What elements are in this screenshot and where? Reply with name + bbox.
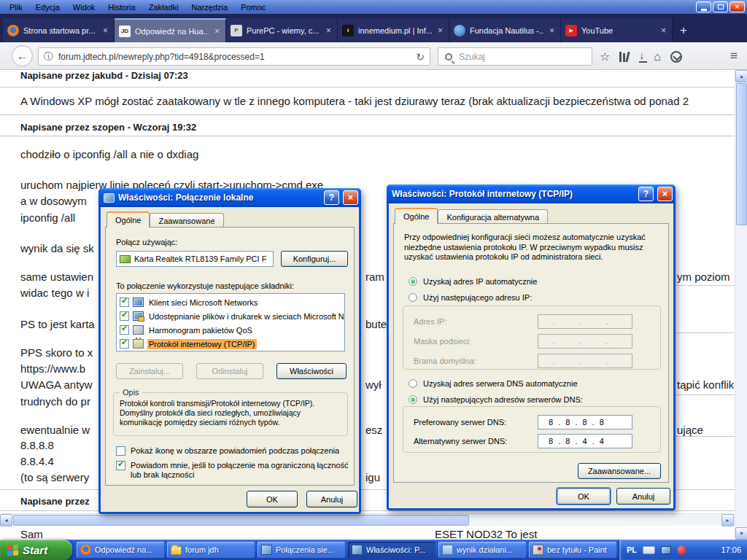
network-tray-icon[interactable] xyxy=(661,546,671,554)
keyboard-icon[interactable] xyxy=(643,546,655,554)
checkbox-checked-icon[interactable]: ✔ xyxy=(120,339,129,349)
taskbar-task[interactable]: Właściwości: P... xyxy=(348,542,436,558)
tab-close-icon[interactable]: × xyxy=(659,26,667,36)
browser-tab[interactable]: Fundacja Nautilus -...× xyxy=(449,18,561,42)
tab-ogolne[interactable]: Ogólne xyxy=(107,211,150,228)
url-text[interactable]: forum.jdtech.pl/newreply.php?tid=4918&pr… xyxy=(58,52,411,62)
adapter-field[interactable]: Karta Realtek RTL8139 Family PCI F xyxy=(116,251,274,267)
taskbar-task[interactable]: Odpowiedź na... xyxy=(77,542,164,558)
antivirus-tray-icon[interactable] xyxy=(677,545,686,555)
browser-tab[interactable]: ▶YouTube× xyxy=(561,18,673,42)
menu-item[interactable]: Historia xyxy=(101,1,142,13)
separator-line xyxy=(676,436,735,437)
browser-tab[interactable]: JDOdpowiedź na Hua...× xyxy=(115,18,226,42)
components-list[interactable]: ✔Klient sieci Microsoft Networks✔Udostęp… xyxy=(116,293,345,351)
alternate-dns-field[interactable]: 8 . 8 . 4 . 4 xyxy=(538,434,632,448)
radio-manual-ip[interactable]: Użyj następującego adresu IP: xyxy=(409,293,532,302)
radio-unselected-icon[interactable] xyxy=(409,379,417,388)
taskbar-task[interactable]: bez tytułu - Paint xyxy=(529,542,616,558)
ok-button[interactable]: OK xyxy=(247,491,298,508)
radio-auto-ip[interactable]: Uzyskaj adres IP automatycznie xyxy=(409,277,537,286)
checkbox-unchecked-icon[interactable] xyxy=(116,446,125,456)
taskbar-task[interactable]: forum jdh xyxy=(167,542,255,558)
dialog-titlebar[interactable]: Właściwości: Protokół internetowy (TCP/I… xyxy=(387,184,676,203)
menu-item[interactable]: Edycja xyxy=(29,1,66,13)
nautilus-favicon xyxy=(454,25,465,36)
radio-selected-icon[interactable] xyxy=(409,277,417,286)
radio-unselected-icon[interactable] xyxy=(409,293,417,302)
downloads-icon[interactable]: ↓ xyxy=(639,50,644,63)
help-button[interactable]: ? xyxy=(638,187,654,201)
advanced-button[interactable]: Zaawansowane... xyxy=(578,463,661,479)
checkbox-checked-icon[interactable]: ✔ xyxy=(116,461,125,470)
cancel-button[interactable]: Anuluj xyxy=(616,488,670,505)
bookmark-star-icon[interactable]: ☆ xyxy=(600,51,610,63)
radio-selected-icon[interactable] xyxy=(409,395,417,404)
checkbox-checked-icon[interactable]: ✔ xyxy=(120,325,129,335)
tab-close-icon[interactable]: × xyxy=(436,26,444,36)
search-bar[interactable]: Szukaj xyxy=(438,47,592,66)
language-indicator[interactable]: PL xyxy=(627,545,637,554)
scroll-down-button[interactable]: ▼ xyxy=(735,527,747,540)
close-window-button[interactable]: × xyxy=(729,1,745,12)
taskbar-task[interactable]: wynik działani... xyxy=(438,542,526,558)
back-button[interactable]: ← xyxy=(12,45,33,66)
pocket-icon[interactable] xyxy=(670,51,682,63)
close-dialog-button[interactable]: × xyxy=(343,190,358,205)
taskbar-task[interactable]: Połączenia sie... xyxy=(258,542,345,558)
tab-close-icon[interactable]: × xyxy=(548,26,556,36)
start-button[interactable]: Start xyxy=(0,540,72,560)
close-dialog-button[interactable]: × xyxy=(657,187,673,201)
vertical-scrollbar[interactable]: ▲ ▼ xyxy=(735,70,747,540)
component-item[interactable]: ✔Protokół internetowy (TCP/IP) xyxy=(117,337,344,351)
url-bar[interactable]: ⓘ forum.jdtech.pl/newreply.php?tid=4918&… xyxy=(38,47,430,66)
new-tab-button[interactable]: + xyxy=(673,23,694,42)
scroll-right-button[interactable]: ► xyxy=(721,514,734,526)
dialog-titlebar[interactable]: Właściwości: Połączenie lokalne ? × xyxy=(98,188,361,207)
component-item[interactable]: ✔Udostępnianie plików i drukarek w sieci… xyxy=(117,309,344,323)
ok-button[interactable]: OK xyxy=(557,488,611,505)
horizontal-scroll-thumb[interactable] xyxy=(13,515,469,526)
preferred-dns-field[interactable]: 8 . 8 . 8 . 8 xyxy=(538,415,632,429)
tab-close-icon[interactable]: × xyxy=(101,26,109,36)
tab-konfiguracja-alternatywna[interactable]: Konfiguracja alternatywna xyxy=(438,209,548,224)
menu-item[interactable]: Widok xyxy=(66,1,102,13)
checkbox-checked-icon[interactable]: ✔ xyxy=(120,298,129,307)
task-label: Właściwości: P... xyxy=(366,545,432,554)
site-info-icon[interactable]: ⓘ xyxy=(44,50,53,63)
scroll-left-button[interactable]: ◄ xyxy=(0,514,12,526)
reload-icon[interactable]: ↻ xyxy=(416,51,425,63)
vertical-scroll-thumb[interactable] xyxy=(736,83,747,225)
help-button[interactable]: ? xyxy=(324,190,339,205)
horizontal-scrollbar[interactable]: ◄ ► xyxy=(0,513,735,526)
library-icon[interactable] xyxy=(619,52,630,62)
menu-item[interactable]: Zakładki xyxy=(142,1,185,13)
clock[interactable]: 17:06 xyxy=(721,545,741,554)
component-item[interactable]: ✔Klient sieci Microsoft Networks xyxy=(117,295,344,309)
cancel-button[interactable]: Anuluj xyxy=(306,491,357,508)
scroll-up-button[interactable]: ▲ xyxy=(735,70,747,82)
browser-tab[interactable]: iinnemedium.pl | Inf...× xyxy=(338,18,449,42)
minimize-button[interactable] xyxy=(696,1,711,12)
tab-zaawansowane[interactable]: Zaawansowane xyxy=(150,213,223,228)
configure-button[interactable]: Konfiguruj... xyxy=(281,251,348,267)
restore-button[interactable] xyxy=(713,1,728,12)
dialog-title: Właściwości: Połączenie lokalne xyxy=(118,192,320,203)
properties-button[interactable]: Właściwości xyxy=(276,363,347,379)
radio-manual-dns[interactable]: Użyj następujących adresów serwerów DNS: xyxy=(409,395,583,404)
menu-hamburger-icon[interactable]: ≡ xyxy=(730,50,738,62)
checkbox-checked-icon[interactable]: ✔ xyxy=(120,311,129,321)
menu-item[interactable]: Plik xyxy=(3,1,29,13)
tab-ogolne[interactable]: Ogólne xyxy=(395,208,438,224)
menu-item[interactable]: Pomoc xyxy=(234,1,272,13)
home-icon[interactable]: ⌂ xyxy=(654,51,661,63)
tab-close-icon[interactable]: × xyxy=(213,26,221,36)
menu-item[interactable]: Narzędzia xyxy=(185,1,235,13)
browser-tab[interactable]: PPurePC - wiemy, c...× xyxy=(226,18,338,42)
component-item[interactable]: ✔Harmonogram pakietów QoS xyxy=(117,323,344,337)
show-icon-checkbox[interactable]: Pokaż ikonę w obszarze powiadomień podcz… xyxy=(116,446,347,456)
radio-auto-dns[interactable]: Uzyskaj adres serwera DNS automatycznie xyxy=(409,379,578,388)
tab-close-icon[interactable]: × xyxy=(325,26,333,36)
notify-checkbox[interactable]: ✔ Powiadom mnie, jeśli to połączenie ma … xyxy=(116,461,351,480)
browser-tab[interactable]: Strona startowa pr...× xyxy=(3,18,115,42)
